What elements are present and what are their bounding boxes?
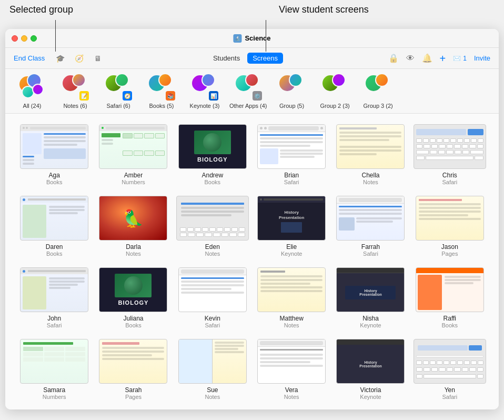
student-card-brian[interactable]: Brian Safari — [255, 124, 328, 185]
student-card-juliana[interactable]: BIOLOGY Juliana Books — [97, 267, 169, 328]
student-card-kevin[interactable]: Kevin Safari — [176, 267, 249, 328]
student-card-eden[interactable]: Eden Notes — [176, 196, 249, 257]
group-3[interactable]: Group 3 (2) — [360, 73, 397, 109]
eye-icon[interactable]: 👁 — [406, 54, 415, 63]
student-name-sue: Sue — [207, 386, 218, 394]
student-screen-chella — [336, 124, 405, 169]
close-button[interactable] — [12, 35, 18, 42]
minimize-button[interactable] — [21, 35, 27, 42]
group-3-label: Group 3 (2) — [363, 103, 392, 109]
student-card-yen[interactable]: Yen Safari — [414, 339, 486, 400]
student-app-amber: Numbers — [122, 179, 145, 185]
student-app-john: Safari — [47, 322, 62, 328]
group-2-avatar — [321, 73, 349, 101]
student-app-jason: Pages — [441, 251, 458, 257]
student-name-kevin: Kevin — [205, 315, 220, 322]
person-icon[interactable]: 🎓 — [55, 54, 65, 63]
student-card-andrew[interactable]: BIOLOGY Andrew Books — [176, 124, 249, 185]
group-notes-avatar: 📝 — [62, 73, 89, 101]
group-all[interactable]: All (24) — [14, 73, 51, 109]
main-window: 🔬 Science End Class 🎓 🧭 🖥 Students Scree… — [5, 29, 499, 409]
tab-screens[interactable]: Screens — [247, 53, 283, 64]
group-other-apps-label: Other Apps (4) — [229, 103, 267, 109]
student-card-chris[interactable]: Chris Safari — [414, 124, 486, 185]
group-safari-label: Safari (6) — [106, 103, 130, 109]
student-card-matthew[interactable]: Matthew Notes — [255, 267, 328, 328]
student-screen-samara — [20, 339, 88, 384]
student-name-matthew: Matthew — [279, 315, 303, 322]
student-screen-yen — [414, 339, 486, 384]
student-screen-nisha: HistoryPresentation — [336, 267, 405, 312]
group-1[interactable]: Group (5) — [274, 73, 310, 109]
student-app-chris: Safari — [442, 179, 457, 185]
group-notes[interactable]: 📝 Notes (6) — [57, 73, 94, 109]
student-name-andrew: Andrew — [201, 172, 223, 179]
lock-icon[interactable]: 🔒 — [388, 53, 399, 63]
student-card-aga[interactable]: Aga Books — [18, 124, 90, 185]
student-card-daren[interactable]: Daren Books — [18, 196, 90, 257]
student-card-sue[interactable]: Sue Notes — [176, 339, 249, 400]
student-card-john[interactable]: John Safari — [18, 267, 90, 328]
student-name-farrah: Farrah — [361, 243, 380, 251]
window-title-area: 🔬 Science — [233, 34, 270, 43]
student-card-darla[interactable]: 🦜 Darla Notes — [97, 196, 169, 257]
annotation-line-2 — [266, 20, 266, 52]
invite-button[interactable]: Invite — [474, 54, 490, 62]
maximize-button[interactable] — [31, 35, 37, 42]
student-screen-brian — [257, 124, 326, 169]
group-2[interactable]: Group 2 (3) — [317, 73, 354, 109]
student-card-elie[interactable]: HistoryPresentation Elie Keynote — [255, 196, 328, 257]
message-badge[interactable]: ✉️ 1 — [453, 55, 467, 62]
traffic-lights — [12, 35, 37, 42]
bell-icon[interactable]: 🔔 — [422, 53, 432, 63]
student-name-elie: Elie — [286, 243, 297, 251]
student-card-vera[interactable]: Vera Notes — [255, 339, 328, 400]
group-other-apps-avatar: ⚙️ — [235, 73, 262, 101]
group-books[interactable]: 📚 Books (5) — [143, 73, 180, 109]
student-screen-sarah — [99, 339, 167, 384]
compass-icon[interactable]: 🧭 — [74, 54, 84, 63]
toolbar-icons: 🎓 🧭 🖥 — [55, 54, 103, 63]
add-button[interactable]: + — [440, 53, 446, 64]
student-card-nisha[interactable]: HistoryPresentation Nisha Keynote — [334, 267, 407, 328]
student-app-vera: Notes — [284, 394, 299, 400]
student-name-samara: Samara — [43, 386, 65, 394]
student-card-jason[interactable]: Jason Pages — [414, 196, 486, 257]
tab-students[interactable]: Students — [208, 53, 245, 64]
window-title: Science — [245, 34, 270, 42]
group-all-avatar — [18, 73, 46, 101]
student-screen-aga — [20, 124, 88, 169]
student-screen-jason — [416, 196, 484, 241]
student-card-raffi[interactable]: Raffi Books — [414, 267, 486, 328]
student-card-amber[interactable]: Amber Numbers — [97, 124, 169, 185]
end-class-button[interactable]: End Class — [14, 54, 45, 62]
group-other-apps[interactable]: ⚙️ Other Apps (4) — [229, 73, 267, 109]
group-3-avatar — [365, 73, 392, 101]
groups-bar: All (24) 📝 Notes (6) 🧭 Safari (6) — [5, 69, 499, 114]
student-app-andrew: Books — [205, 179, 221, 185]
student-name-vera: Vera — [285, 386, 298, 394]
student-card-sarah[interactable]: Sarah Pages — [97, 339, 169, 400]
selected-group-annotation: Selected group — [9, 4, 73, 15]
student-app-victoria: Keynote — [360, 394, 381, 400]
student-app-juliana: Books — [125, 322, 142, 328]
view-screens-annotation: View student screens — [279, 4, 369, 15]
student-card-chella[interactable]: Chella Notes — [334, 124, 407, 185]
student-card-victoria[interactable]: HistoryPresentation Victoria Keynote — [334, 339, 407, 400]
student-name-darla: Darla — [126, 243, 141, 251]
group-safari[interactable]: 🧭 Safari (6) — [100, 73, 137, 109]
student-card-farrah[interactable]: Farrah Safari — [334, 196, 407, 257]
screen-icon[interactable]: 🖥 — [93, 54, 103, 63]
student-app-sue: Notes — [205, 394, 220, 400]
student-card-samara[interactable]: Samara Numbers — [18, 339, 90, 400]
student-name-juliana: Juliana — [123, 315, 143, 322]
student-app-elie: Keynote — [281, 251, 302, 257]
group-keynote[interactable]: 📊 Keynote (3) — [186, 73, 223, 109]
student-app-kevin: Safari — [205, 322, 220, 328]
group-keynote-label: Keynote (3) — [190, 103, 220, 109]
student-screen-amber — [99, 124, 167, 169]
student-screen-raffi — [416, 267, 484, 312]
group-1-avatar — [278, 73, 306, 101]
student-screen-farrah — [336, 196, 405, 241]
student-app-nisha: Keynote — [360, 322, 381, 328]
